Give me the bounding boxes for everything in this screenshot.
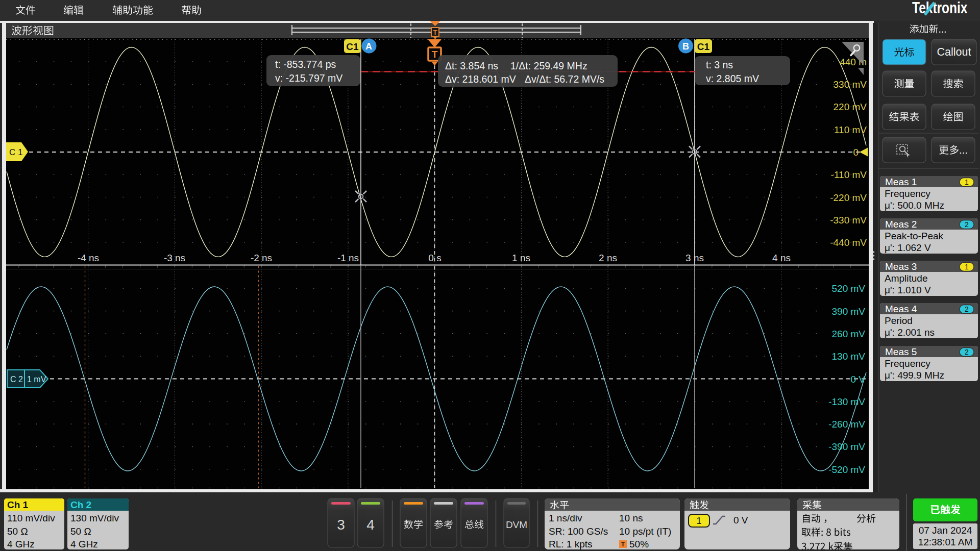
svg-text:2: 2: [965, 305, 969, 313]
svg-text:T: T: [433, 29, 437, 36]
svg-text:C 2: C 2: [10, 375, 23, 384]
svg-text:T: T: [621, 541, 625, 548]
svg-text:-220 mV: -220 mV: [830, 192, 867, 203]
svg-text:3 ns: 3 ns: [685, 253, 704, 263]
svg-text:-330 mV: -330 mV: [830, 215, 867, 226]
svg-text:C1: C1: [346, 41, 359, 52]
svg-text:2 ns: 2 ns: [599, 253, 617, 263]
svg-text:4 ns: 4 ns: [772, 253, 791, 263]
svg-text:1 ns/div: 1 ns/div: [549, 513, 582, 523]
svg-text:110 mV: 110 mV: [834, 124, 867, 135]
svg-text:SR: 100 GS/s: SR: 100 GS/s: [549, 526, 608, 537]
svg-text:3: 3: [337, 517, 345, 533]
svg-text:Δt: 3.854 ns: Δt: 3.854 ns: [445, 60, 498, 71]
svg-text:-110 mV: -110 mV: [831, 169, 867, 180]
svg-text:0 V: 0 V: [850, 374, 865, 385]
svg-text:10 ns: 10 ns: [619, 513, 643, 523]
svg-text:330 mV: 330 mV: [834, 79, 867, 90]
svg-text:50 Ω: 50 Ω: [70, 526, 91, 537]
svg-text:-2 ns: -2 ns: [251, 253, 272, 263]
svg-text:Δv: 218.601 mV: Δv: 218.601 mV: [445, 73, 516, 85]
svg-text:520 mV: 520 mV: [832, 283, 866, 294]
svg-text:130 mV/div: 130 mV/div: [70, 513, 119, 523]
svg-text:Callout: Callout: [937, 46, 971, 58]
svg-text:1: 1: [696, 516, 701, 526]
svg-text:t: 3 ns: t: 3 ns: [706, 59, 733, 70]
svg-text:Amplitude: Amplitude: [885, 273, 928, 284]
svg-text:50%: 50%: [629, 539, 649, 549]
svg-text:1: 1: [965, 178, 969, 186]
svg-text:4 GHz: 4 GHz: [7, 539, 35, 549]
svg-text:390 mV: 390 mV: [832, 306, 866, 317]
svg-text:v: 2.805 mV: v: 2.805 mV: [706, 73, 759, 84]
svg-text:-390 mV: -390 mV: [828, 441, 865, 452]
svg-text:Ch 2: Ch 2: [70, 499, 91, 510]
svg-text:0 s: 0 s: [428, 253, 441, 263]
svg-text:Period: Period: [885, 315, 913, 326]
svg-text:Frequency: Frequency: [885, 358, 930, 369]
svg-text:Ch 1: Ch 1: [7, 499, 29, 510]
svg-text:50 Ω: 50 Ω: [7, 526, 28, 537]
svg-text:-4 ns: -4 ns: [78, 253, 99, 263]
svg-text:C 1: C 1: [9, 147, 22, 157]
svg-text:Meas 1: Meas 1: [885, 177, 917, 187]
svg-text:-260 mV: -260 mV: [828, 419, 865, 430]
svg-text:220 mV: 220 mV: [834, 102, 867, 112]
svg-text:4: 4: [366, 517, 375, 533]
svg-text:v: -215.797 mV: v: -215.797 mV: [275, 72, 342, 84]
svg-text:2: 2: [965, 220, 969, 229]
svg-text:Meas 5: Meas 5: [885, 346, 917, 357]
svg-text:DVM: DVM: [506, 519, 527, 530]
svg-text:Meas 2: Meas 2: [885, 219, 917, 230]
svg-text:Tektronix: Tektronix: [912, 0, 968, 17]
svg-text:1 ns: 1 ns: [512, 253, 530, 263]
svg-text:μ': 500.0 MHz: μ': 500.0 MHz: [885, 200, 944, 211]
svg-text:-3 ns: -3 ns: [164, 253, 185, 263]
svg-text:B: B: [682, 41, 689, 52]
svg-text:Δv/Δt: 56.72 MV/s: Δv/Δt: 56.72 MV/s: [525, 73, 604, 85]
svg-text:110 mV/div: 110 mV/div: [7, 513, 55, 523]
svg-text:1 mV: 1 mV: [27, 375, 46, 384]
svg-text:-1 ns: -1 ns: [337, 253, 359, 263]
svg-text:C1: C1: [697, 41, 710, 52]
svg-text:10 ps/pt (IT): 10 ps/pt (IT): [619, 526, 671, 537]
svg-text:1/Δt: 259.49 MHz: 1/Δt: 259.49 MHz: [510, 60, 587, 71]
svg-text:Meas 4: Meas 4: [885, 304, 917, 314]
svg-text:T: T: [432, 49, 438, 60]
svg-text:-440 mV: -440 mV: [830, 237, 867, 248]
svg-text:130 mV: 130 mV: [832, 351, 866, 362]
svg-text:-520 mV: -520 mV: [828, 464, 865, 475]
svg-text:t: -853.774 ps: t: -853.774 ps: [275, 59, 336, 70]
svg-text:μ': 1.010 V: μ': 1.010 V: [885, 285, 931, 295]
svg-text:μ': 2.001 ns: μ': 2.001 ns: [885, 327, 935, 338]
svg-text:Frequency: Frequency: [885, 188, 930, 199]
svg-text:Peak-to-Peak: Peak-to-Peak: [885, 231, 944, 241]
svg-text:μ': 1.062 V: μ': 1.062 V: [885, 242, 931, 253]
svg-text:260 mV: 260 mV: [832, 329, 866, 339]
svg-text:-130 mV: -130 mV: [828, 396, 865, 407]
svg-text:A: A: [365, 41, 372, 52]
svg-text:0: 0: [853, 147, 859, 158]
svg-text:4 GHz: 4 GHz: [70, 539, 98, 549]
svg-text:2: 2: [965, 348, 969, 356]
svg-text:Meas 3: Meas 3: [885, 261, 917, 272]
svg-text:12:38:01 AM: 12:38:01 AM: [918, 537, 973, 547]
svg-text:1: 1: [965, 263, 969, 271]
svg-text:μ': 499.9 MHz: μ': 499.9 MHz: [885, 370, 944, 381]
svg-text:RL: 1 kpts: RL: 1 kpts: [549, 539, 593, 549]
svg-text:0 V: 0 V: [733, 515, 748, 525]
svg-text:07 Jan 2024: 07 Jan 2024: [919, 525, 972, 536]
